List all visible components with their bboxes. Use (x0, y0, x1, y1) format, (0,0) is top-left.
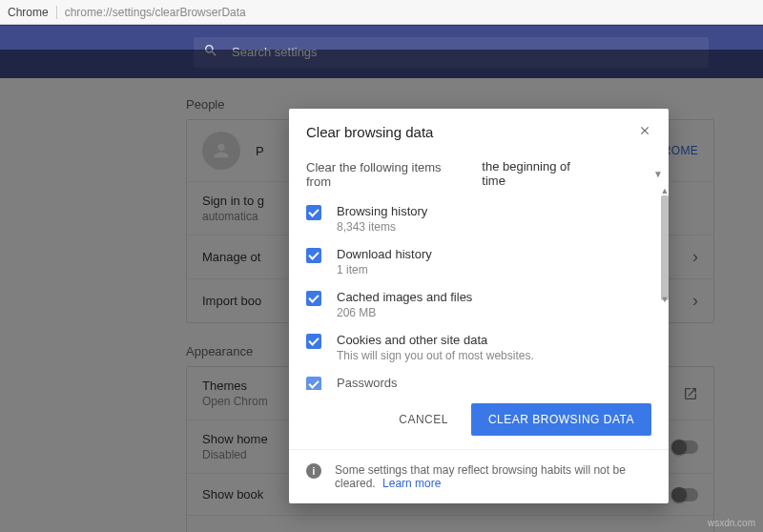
checkbox-list: Browsing history 8,343 items Download hi… (306, 204, 663, 390)
scrollbar-thumb[interactable] (661, 195, 669, 300)
check-row-cached-files[interactable]: Cached images and files 206 MB (306, 290, 650, 319)
scroll-up-arrow-icon[interactable]: ▲ (661, 186, 669, 195)
time-range-value: the beginning of time (482, 159, 596, 188)
clear-data-button[interactable]: CLEAR BROWSING DATA (471, 403, 651, 436)
scrollbar-track[interactable] (661, 195, 669, 295)
checkbox[interactable] (306, 377, 321, 390)
close-button[interactable] (638, 124, 651, 137)
clear-browsing-data-dialog: Clear browsing data Clear the following … (289, 109, 669, 503)
info-icon: i (306, 463, 321, 479)
check-row-cookies[interactable]: Cookies and other site data This will si… (306, 333, 650, 362)
checkbox[interactable] (306, 248, 321, 263)
dialog-title: Clear browsing data (306, 124, 638, 140)
cancel-button[interactable]: CANCEL (385, 405, 462, 434)
checkbox[interactable] (306, 205, 321, 220)
browser-name-label: Chrome (6, 6, 57, 19)
footer-note: Some settings that may reflect browsing … (335, 463, 651, 490)
close-icon (638, 124, 651, 137)
check-row-browsing-history[interactable]: Browsing history 8,343 items (306, 204, 650, 234)
browser-chrome-bar: Chrome chrome://settings/clearBrowserDat… (0, 0, 763, 25)
scroll-down-arrow-icon[interactable]: ▼ (661, 295, 669, 304)
watermark: wsxdn.com (708, 518, 755, 528)
checkbox[interactable] (306, 334, 321, 349)
clear-from-label: Clear the following items from (306, 160, 468, 189)
check-row-download-history[interactable]: Download history 1 item (306, 247, 650, 276)
learn-more-link[interactable]: Learn more (382, 477, 441, 490)
time-range-select[interactable]: the beginning of time ▼ (482, 157, 663, 191)
check-row-passwords[interactable]: Passwords 18 passwords (306, 376, 650, 390)
address-url[interactable]: chrome://settings/clearBrowserData (65, 6, 246, 19)
dropdown-caret-icon: ▼ (653, 169, 663, 179)
checkbox[interactable] (306, 291, 321, 306)
